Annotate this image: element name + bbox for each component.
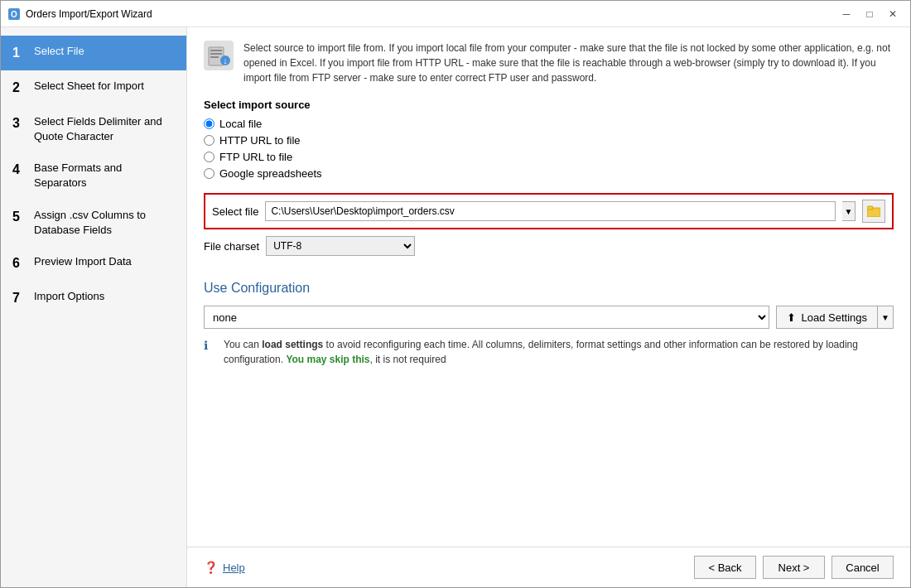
maximize-button[interactable]: □: [859, 5, 880, 23]
info-description: Select source to import file from. If yo…: [243, 41, 894, 85]
sidebar-item-label-2: Select Sheet for Import: [34, 79, 144, 94]
footer-buttons: < Back Next > Cancel: [694, 556, 894, 579]
load-settings-group: ⬆ Load Settings ▼: [776, 306, 894, 329]
skip-suffix: , it is not required: [370, 354, 446, 365]
radio-ftp: FTP URL to file: [204, 151, 894, 163]
load-settings-button[interactable]: ⬆ Load Settings: [776, 306, 877, 329]
app-icon: O: [7, 7, 21, 21]
title-bar-controls: ─ □ ✕: [836, 5, 904, 23]
minimize-button[interactable]: ─: [836, 5, 857, 23]
load-settings-dropdown[interactable]: ▼: [877, 306, 894, 329]
load-settings-label: Load Settings: [801, 311, 867, 324]
content-main: ↓ Select source to import file from. If …: [187, 27, 910, 547]
radio-google-input[interactable]: [204, 168, 214, 179]
info-note-text: You can load settings to avoid reconfigu…: [224, 337, 894, 367]
sidebar-item-select-file[interactable]: 1 Select File: [1, 36, 186, 70]
config-select[interactable]: none: [204, 306, 769, 329]
sidebar-item-number-2: 2: [12, 79, 26, 97]
sidebar-item-label-3: Select Fields Delimiter and Quote Charac…: [34, 114, 175, 144]
content-area: ↓ Select source to import file from. If …: [187, 27, 910, 587]
radio-group: Local file HTTP URL to file FTP URL to f…: [204, 118, 894, 180]
wizard-window: O Orders Import/Export Wizard ─ □ ✕ 1 Se…: [0, 0, 911, 588]
title-bar: O Orders Import/Export Wizard ─ □ ✕: [1, 1, 910, 27]
select-file-label: Select file: [212, 205, 258, 218]
upload-icon: ⬆: [787, 311, 796, 324]
title-bar-left: O Orders Import/Export Wizard: [7, 7, 152, 21]
svg-text:↓: ↓: [223, 55, 228, 65]
import-source-title: Select import source: [204, 99, 894, 111]
import-svg-icon: ↓: [207, 44, 230, 67]
footer: ❓ Help < Back Next > Cancel: [187, 547, 910, 587]
svg-rect-9: [867, 206, 873, 210]
sidebar: 1 Select File 2 Select Sheet for Import …: [1, 27, 187, 587]
skip-link: You may skip this: [286, 354, 369, 365]
sidebar-item-number-5: 5: [12, 208, 26, 226]
select-file-row: Select file ▼: [204, 193, 894, 229]
sidebar-item-preview[interactable]: 6 Preview Import Data: [1, 246, 186, 281]
sidebar-item-delimiter[interactable]: 3 Select Fields Delimiter and Quote Char…: [1, 106, 186, 152]
use-config-title: Use Configuration: [204, 281, 894, 296]
radio-local-input[interactable]: [204, 118, 214, 129]
sidebar-item-base-formats[interactable]: 4 Base Formats and Separators: [1, 152, 186, 199]
next-button[interactable]: Next >: [763, 556, 825, 579]
sidebar-item-assign-columns[interactable]: 5 Assign .csv Columns to Database Fields: [1, 200, 186, 246]
charset-row: File charset UTF-8 UTF-16 ISO-8859-1 Win…: [204, 236, 894, 256]
svg-rect-3: [210, 50, 222, 51]
sidebar-item-label-7: Import Options: [34, 289, 104, 304]
radio-http-input[interactable]: [204, 135, 214, 146]
radio-local-file: Local file: [204, 118, 894, 130]
import-source-section: Select import source Local file HTTP URL…: [204, 99, 894, 180]
folder-icon: [867, 205, 880, 217]
main-content: 1 Select File 2 Select Sheet for Import …: [1, 27, 910, 587]
radio-ftp-label[interactable]: FTP URL to file: [219, 151, 292, 163]
sidebar-item-label-1: Select File: [34, 44, 84, 59]
info-note: ℹ You can load settings to avoid reconfi…: [204, 337, 894, 367]
sidebar-item-number-6: 6: [12, 254, 26, 272]
cancel-button[interactable]: Cancel: [831, 556, 894, 579]
sidebar-item-label-6: Preview Import Data: [34, 254, 132, 269]
radio-http: HTTP URL to file: [204, 134, 894, 147]
sidebar-item-number-1: 1: [12, 44, 26, 62]
svg-rect-5: [210, 56, 219, 58]
radio-local-label[interactable]: Local file: [219, 118, 262, 130]
config-row: none ⬆ Load Settings ▼: [204, 306, 894, 329]
charset-label: File charset: [204, 240, 259, 253]
footer-left: ❓ Help: [204, 561, 245, 574]
info-circle-icon: ℹ: [204, 337, 217, 354]
sidebar-item-number-3: 3: [12, 114, 26, 133]
select-file-input[interactable]: [265, 201, 836, 221]
sidebar-item-label-4: Base Formats and Separators: [34, 161, 175, 190]
back-button[interactable]: < Back: [694, 556, 756, 579]
sidebar-item-label-5: Assign .csv Columns to Database Fields: [34, 208, 175, 238]
sidebar-item-number-4: 4: [12, 161, 26, 179]
charset-select[interactable]: UTF-8 UTF-16 ISO-8859-1 Windows-1252: [266, 236, 415, 256]
radio-google-label[interactable]: Google spreadsheets: [219, 167, 322, 180]
close-button[interactable]: ✕: [882, 5, 904, 23]
load-settings-strong: load settings: [262, 339, 323, 350]
svg-rect-4: [210, 53, 222, 55]
radio-http-label[interactable]: HTTP URL to file: [219, 134, 301, 147]
svg-text:O: O: [11, 10, 17, 19]
browse-button[interactable]: [862, 200, 885, 223]
file-dropdown-arrow[interactable]: ▼: [842, 201, 856, 221]
use-config-section: Use Configuration none ⬆ Load Settings ▼: [204, 281, 894, 367]
radio-ftp-input[interactable]: [204, 152, 214, 162]
import-icon: ↓: [204, 41, 234, 70]
help-link[interactable]: Help: [223, 561, 245, 574]
radio-google: Google spreadsheets: [204, 167, 894, 180]
window-title: Orders Import/Export Wizard: [26, 8, 152, 20]
sidebar-item-import-options[interactable]: 7 Import Options: [1, 281, 186, 316]
sidebar-item-select-sheet[interactable]: 2 Select Sheet for Import: [1, 70, 186, 105]
help-question-icon: ❓: [204, 561, 218, 574]
info-banner: ↓ Select source to import file from. If …: [204, 41, 894, 85]
sidebar-item-number-7: 7: [12, 289, 26, 307]
